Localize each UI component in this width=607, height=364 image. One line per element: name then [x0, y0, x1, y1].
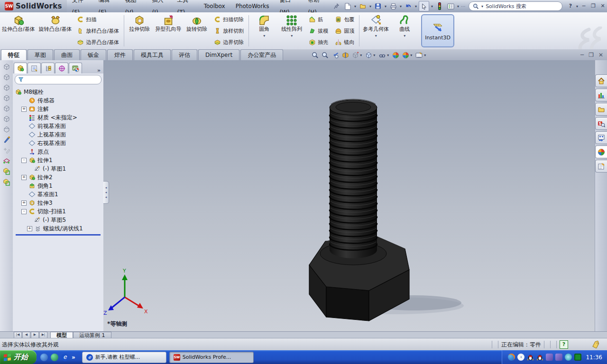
offset-entities-icon[interactable]	[2, 178, 10, 186]
desktop-icon[interactable]	[51, 354, 58, 361]
instant3d-button[interactable]: Instant3D	[421, 14, 454, 47]
search-caret-icon[interactable]: ▾	[481, 4, 483, 9]
rib-button[interactable]: 筋	[307, 16, 330, 24]
wrap-button[interactable]: 回 包覆	[333, 16, 356, 24]
view-orientation-icon[interactable]: ▾	[352, 52, 362, 59]
tab-sheet-metal[interactable]: 钣金	[81, 49, 106, 60]
view-top-icon[interactable]	[3, 105, 10, 112]
previous-view-icon[interactable]	[331, 52, 339, 59]
save-icon[interactable]	[373, 1, 383, 11]
view-isometric-icon[interactable]	[3, 126, 10, 133]
expand-toggle[interactable]: +	[21, 175, 27, 180]
expand-toggle[interactable]: -	[21, 158, 27, 163]
search-box[interactable]: ▾ SolidWorks 搜索	[469, 1, 562, 11]
tab-scroll-first[interactable]: |◀	[14, 332, 22, 338]
view-back-icon[interactable]	[3, 73, 10, 81]
view-front-icon[interactable]	[3, 63, 10, 71]
doc-minimize-button[interactable]: ─	[580, 52, 584, 58]
tab-weldments[interactable]: 焊件	[107, 49, 133, 60]
view-settings-icon[interactable]: ▾	[402, 52, 413, 59]
tree-item-extrude1[interactable]: - 拉伸1	[15, 156, 103, 164]
resources-button[interactable]	[595, 74, 607, 87]
tree-item-helix1[interactable]: + 螺旋线/涡状线1	[15, 224, 103, 233]
fillet-caret-icon[interactable]: ▾	[263, 33, 265, 39]
internet-explorer-icon[interactable]: e	[61, 354, 69, 361]
expand-toggle[interactable]: -	[21, 209, 27, 214]
file-explorer-button[interactable]	[595, 103, 607, 116]
close-button[interactable]: ✕	[598, 2, 607, 10]
model-tab[interactable]: 模型	[50, 332, 73, 338]
clock[interactable]: 11:36	[586, 354, 602, 361]
edit-appearance-icon[interactable]: ▾	[415, 52, 426, 59]
zoom-fit-icon[interactable]	[312, 52, 319, 59]
draft-button[interactable]: 拔模	[307, 27, 330, 35]
curves-caret-icon[interactable]: ▾	[404, 33, 405, 39]
tab-scroll-last[interactable]: ▶|	[39, 332, 47, 338]
tray-qq-icon[interactable]	[527, 354, 534, 361]
fillet-button[interactable]: 圆角 ▾	[250, 12, 278, 49]
boundary-cut-button[interactable]: 边界切除	[212, 38, 245, 46]
tree-item-cut-sweep1[interactable]: - 切除-扫描1	[15, 207, 103, 216]
tab-dimxpert[interactable]: DimXpert	[198, 49, 239, 60]
swept-cut-button[interactable]: 扫描切除	[212, 16, 245, 24]
view-palette-button[interactable]	[595, 131, 607, 144]
options-caret-icon[interactable]: ▾	[457, 4, 459, 9]
display-style-icon[interactable]: ▾	[365, 52, 376, 59]
undo-caret-icon[interactable]: ▾	[415, 4, 417, 9]
propertymanager-tab[interactable]	[28, 63, 41, 73]
graphics-viewport[interactable]: Y X Z *等轴测 ◂◂◂	[103, 60, 595, 331]
expand-toggle[interactable]: +	[27, 226, 32, 231]
bolt-model[interactable]: Y X Z	[103, 60, 595, 331]
lofted-cut-button[interactable]: 放样切割	[212, 27, 245, 35]
extruded-boss-button[interactable]: 拉伸凸台/基体	[0, 12, 37, 49]
help-caret-icon[interactable]: ▾	[576, 4, 578, 9]
tree-item-top-plane[interactable]: 上视基准面	[15, 130, 103, 139]
tree-item-plane1[interactable]: 基准面1	[15, 190, 103, 199]
restore-button[interactable]: ❐	[589, 2, 598, 10]
hide-show-icon[interactable]: ▾	[378, 52, 389, 59]
dimxpertmanager-tab[interactable]	[55, 63, 68, 73]
design-library-button[interactable]	[595, 89, 607, 101]
tab-mold-tools[interactable]: 模具工具	[134, 49, 171, 60]
select-cursor-icon[interactable]	[419, 1, 429, 11]
tree-filter-box[interactable]	[15, 75, 101, 84]
tree-item-extrude3[interactable]: + 拉伸3	[15, 199, 103, 207]
help-button[interactable]: ?	[566, 2, 575, 10]
tree-item-right-plane[interactable]: 右视基准面	[15, 139, 103, 147]
configurationmanager-tab[interactable]	[41, 63, 55, 73]
menu-photoworks[interactable]: PhotoWorks	[230, 0, 275, 12]
tree-item-annotations[interactable]: + 注解	[15, 105, 103, 113]
new-caret-icon[interactable]: ▾	[354, 4, 356, 9]
tab-evaluate[interactable]: 评估	[172, 49, 197, 60]
boundary-boss-button[interactable]: 边界凸台/基体	[75, 38, 120, 46]
panel-overflow-chevron[interactable]: »	[95, 67, 102, 73]
new-document-icon[interactable]	[343, 1, 352, 11]
reference-geometry-caret-icon[interactable]: ▾	[375, 33, 377, 39]
custom-properties-button[interactable]	[595, 160, 607, 173]
hole-wizard-button[interactable]: 异型孔向导	[153, 12, 183, 49]
rollback-bar[interactable]	[16, 234, 101, 236]
displaymanager-tab[interactable]	[69, 63, 82, 73]
mirror-button[interactable]: 镜向	[333, 38, 356, 46]
task-button-browser[interactable]: e 新手,请教 柱型螺...	[82, 352, 166, 363]
tree-item-sensors[interactable]: 传感器	[15, 96, 103, 105]
tray-qq-icon[interactable]	[536, 354, 543, 361]
motion-study-tab[interactable]: 运动算例 1	[73, 332, 111, 338]
tab-scroll-next[interactable]: ▶	[31, 332, 39, 338]
doc-close-button[interactable]: ✕	[598, 52, 603, 58]
apply-scene-icon[interactable]	[392, 52, 399, 59]
3d-sketch-icon[interactable]	[3, 146, 10, 154]
appearances-button[interactable]	[595, 146, 607, 158]
tray-network-icon[interactable]	[555, 354, 562, 361]
messenger-icon[interactable]	[40, 354, 48, 361]
view-bottom-icon[interactable]	[3, 115, 10, 123]
tree-item-material[interactable]: 材质 <未指定>	[15, 113, 103, 122]
quick-launch-chevron[interactable]: »	[72, 354, 75, 361]
extruded-cut-button[interactable]: 拉伸切除	[126, 12, 153, 49]
open-icon[interactable]	[358, 1, 368, 11]
linear-pattern-button[interactable]: 线性阵列 ▾	[278, 12, 305, 49]
tab-scroll-prev[interactable]: ◀	[22, 332, 30, 338]
start-button[interactable]: 开始	[0, 350, 37, 364]
tree-root[interactable]: M8螺栓	[15, 88, 103, 96]
options-icon[interactable]	[446, 1, 455, 11]
